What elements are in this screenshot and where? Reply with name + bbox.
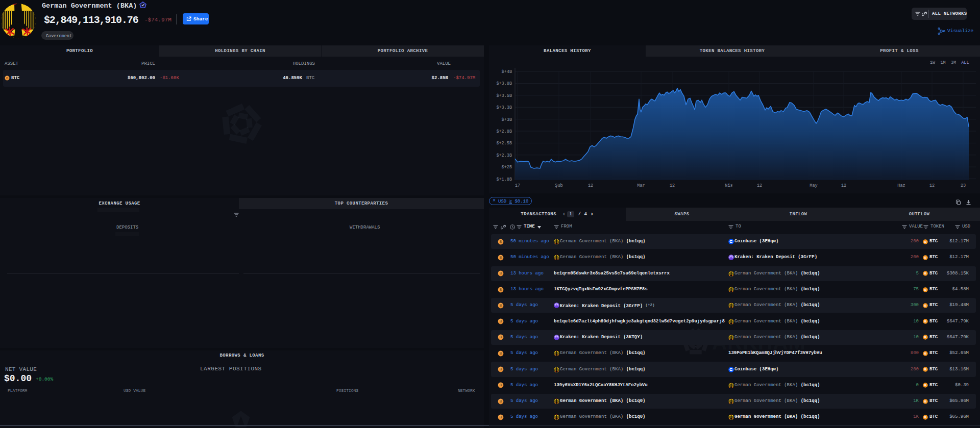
svg-text:$+3.3B: $+3.3B <box>496 105 512 110</box>
svg-text:$+2.3B: $+2.3B <box>496 153 512 158</box>
svg-text:May: May <box>810 183 817 188</box>
svg-text:B: B <box>500 367 502 371</box>
svg-text:B: B <box>500 240 502 243</box>
svg-text:12: 12 <box>757 183 762 188</box>
svg-text:12: 12 <box>929 183 935 188</box>
svg-text:B: B <box>6 77 8 80</box>
svg-text:Şub: Şub <box>555 183 562 188</box>
svg-text:B: B <box>500 320 502 323</box>
svg-text:$+3.5B: $+3.5B <box>496 93 512 98</box>
svg-text:$+3.8B: $+3.8B <box>496 81 512 86</box>
svg-text:$+2.5B: $+2.5B <box>496 141 512 146</box>
svg-text:12: 12 <box>841 183 846 188</box>
svg-text:23: 23 <box>961 183 966 188</box>
svg-text:B: B <box>500 256 502 259</box>
svg-text:B: B <box>500 336 502 339</box>
svg-text:12: 12 <box>588 183 593 188</box>
svg-text:$+2.8B: $+2.8B <box>496 129 512 134</box>
svg-text:$+1.8B: $+1.8B <box>496 177 512 182</box>
svg-text:B: B <box>500 399 502 403</box>
svg-text:$+2B: $+2B <box>502 165 512 170</box>
svg-text:$+3B: $+3B <box>502 117 512 122</box>
svg-text:B: B <box>500 351 502 355</box>
svg-text:Mar: Mar <box>637 183 645 188</box>
svg-text:B: B <box>500 415 502 419</box>
svg-text:17: 17 <box>515 183 520 188</box>
svg-text:Haz: Haz <box>897 183 905 188</box>
svg-text:B: B <box>500 384 502 387</box>
svg-text:12: 12 <box>670 183 675 188</box>
svg-text:Nis: Nis <box>725 183 732 188</box>
svg-text:$+4B: $+4B <box>502 69 512 74</box>
svg-text:B: B <box>500 288 502 291</box>
svg-text:B: B <box>500 304 502 307</box>
svg-text:B: B <box>500 272 502 275</box>
